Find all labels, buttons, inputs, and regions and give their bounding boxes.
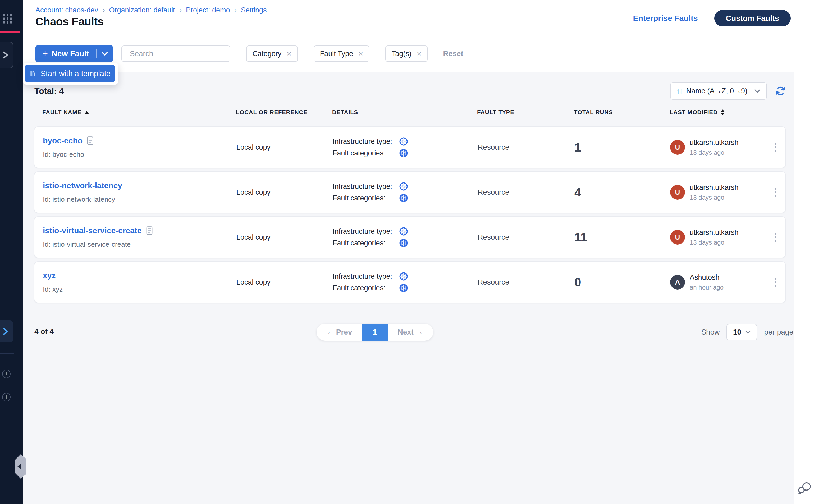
row-menu-button[interactable] (772, 127, 779, 168)
sort-arrows-icon: ↑↓ (676, 87, 682, 95)
fault-name-link[interactable]: byoc-echo (43, 136, 83, 145)
column-last-modified[interactable]: LAST MODIFIED (670, 109, 725, 116)
fault-name-link[interactable]: xyz (43, 271, 56, 280)
last-modified-cell: U utkarsh.utkarsh 13 days ago (670, 217, 739, 258)
reset-filters-link[interactable]: Reset (443, 49, 463, 58)
app-launcher-icon[interactable] (3, 14, 12, 24)
fault-name-link[interactable]: istio-virtual-service-create (43, 226, 142, 235)
per-page-select[interactable]: 10 (726, 324, 757, 340)
column-label: FAULT NAME (42, 109, 81, 116)
fault-name-cell: byoc-echo Id: byoc-echo (43, 127, 228, 168)
kubernetes-icon (399, 284, 408, 292)
sort-both-icon (721, 109, 725, 115)
prev-page-button[interactable]: ← Prev (317, 324, 362, 341)
total-runs-value: 4 (574, 185, 654, 199)
avatar-letter: U (675, 233, 680, 241)
search-input[interactable] (130, 49, 225, 58)
avatar-letter: U (675, 143, 680, 152)
avatar-letter: A (675, 278, 680, 286)
close-icon[interactable]: × (417, 50, 422, 58)
row-menu-button[interactable] (772, 172, 779, 213)
start-with-template-item[interactable]: Start with a template (25, 65, 115, 82)
new-fault-split-button: + New Fault (35, 45, 113, 62)
kebab-menu-icon (775, 233, 776, 242)
modified-by: utkarsh.utkarsh (690, 184, 739, 192)
row-menu-button[interactable] (772, 217, 779, 258)
avatar: A (670, 275, 685, 290)
modified-by: utkarsh.utkarsh (690, 139, 739, 147)
chevron-down-icon (754, 89, 761, 93)
enterprise-faults-link[interactable]: Enterprise Faults (633, 14, 698, 23)
per-page-value: 10 (733, 328, 741, 336)
column-fault-name[interactable]: FAULT NAME (42, 109, 89, 116)
infrastructure-type-label: Infrastructure type: (333, 272, 399, 281)
new-fault-dropdown-menu: Start with a template (23, 63, 118, 85)
total-runs-value: 1 (574, 140, 654, 154)
plus-icon: + (42, 49, 48, 58)
breadcrumb-organization[interactable]: Organization: default (109, 6, 175, 14)
column-label: DETAILS (332, 109, 358, 116)
header-actions: Enterprise Faults Custom Faults (633, 10, 791, 26)
fault-name-cell: istio-virtual-service-create Id: istio-v… (43, 217, 228, 258)
per-page-suffix: per page (764, 328, 793, 336)
close-icon[interactable]: × (287, 50, 291, 58)
total-runs-value: 11 (574, 230, 654, 244)
page-1-button[interactable]: 1 (362, 324, 388, 341)
refresh-button[interactable] (775, 85, 786, 97)
module-panel-toggle[interactable] (0, 42, 13, 68)
info-glyph: i (6, 371, 7, 377)
support-chat-icon[interactable] (797, 481, 812, 497)
sort-select[interactable]: ↑↓ Name (A→Z, 0→9) (670, 82, 767, 100)
infrastructure-type-label: Infrastructure type: (333, 182, 399, 191)
fault-type-value: Resource (478, 278, 557, 286)
info-icon[interactable]: i (2, 393, 11, 401)
table-header-row: FAULT NAME LOCAL OR REFERENCE DETAILS FA… (34, 109, 786, 117)
fault-type-value: Resource (478, 233, 557, 241)
new-fault-label: New Fault (52, 49, 89, 58)
filter-fault-type-chip[interactable]: Fault Type × (314, 45, 369, 62)
column-label: TOTAL RUNS (574, 109, 613, 116)
copy-icon[interactable] (146, 226, 153, 235)
local-or-reference-value: Local copy (236, 278, 324, 286)
new-fault-dropdown-toggle[interactable] (97, 45, 113, 62)
modified-by: utkarsh.utkarsh (690, 228, 739, 237)
fault-name-link[interactable]: istio-network-latency (43, 181, 122, 190)
new-fault-button[interactable]: + New Fault (35, 45, 96, 62)
expand-panel-button[interactable] (0, 320, 13, 342)
sidebar-divider (0, 438, 21, 438)
local-or-reference-value: Local copy (236, 143, 324, 152)
copy-icon[interactable] (87, 136, 94, 145)
fault-categories-label: Fault categories: (333, 284, 399, 292)
column-details: DETAILS (332, 109, 358, 116)
column-label: FAULT TYPE (477, 109, 514, 116)
sort-label: Name (A→Z, 0→9) (686, 87, 750, 95)
kubernetes-icon (399, 239, 408, 247)
info-icon[interactable]: i (2, 370, 11, 378)
modified-time: 13 days ago (690, 194, 739, 201)
breadcrumb-account[interactable]: Account: chaos-dev (35, 6, 98, 14)
kubernetes-icon (399, 182, 408, 191)
table-row: istio-network-latency Id: istio-network-… (34, 171, 786, 213)
filter-category-chip[interactable]: Category × (246, 45, 298, 62)
row-menu-button[interactable] (772, 262, 779, 303)
kubernetes-icon (399, 272, 408, 281)
filter-tags-chip[interactable]: Tag(s) × (385, 45, 428, 62)
custom-faults-button[interactable]: Custom Faults (714, 10, 791, 26)
sidebar-collapse-handle[interactable] (15, 454, 26, 479)
page-title: Chaos Faults (35, 15, 104, 28)
breadcrumb-project[interactable]: Project: demo (186, 6, 230, 14)
search-box (121, 45, 230, 62)
table-row: istio-virtual-service-create Id: istio-v… (34, 216, 786, 258)
table-row: byoc-echo Id: byoc-echo Local copy Infra… (34, 126, 786, 168)
kubernetes-icon (399, 194, 408, 202)
scrollbar-gutter[interactable] (794, 0, 814, 504)
breadcrumb-separator: › (179, 6, 182, 14)
breadcrumb: Account: chaos-dev › Organization: defau… (35, 6, 267, 14)
breadcrumb-separator: › (234, 6, 237, 14)
template-icon (29, 69, 36, 78)
close-icon[interactable]: × (358, 50, 363, 58)
pagination-count: 4 of 4 (34, 327, 54, 336)
next-page-button[interactable]: Next → (388, 324, 433, 341)
breadcrumb-settings[interactable]: Settings (241, 6, 267, 14)
custom-faults-label: Custom Faults (726, 14, 779, 23)
